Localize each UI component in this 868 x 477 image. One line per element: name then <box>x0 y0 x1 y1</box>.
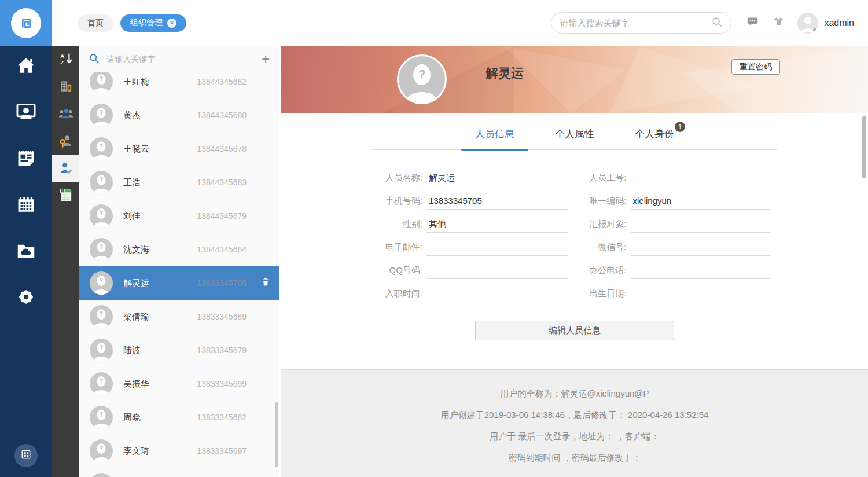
contact-avatar: ? <box>90 473 113 477</box>
contact-list-item[interactable]: ? 梁倩瑜 13833345689 <box>79 300 279 333</box>
contact-name: 刘佳 <box>123 211 194 222</box>
detail-panel: ? 解灵运 重置密码 人员信息 个人属性 个人身份 1 人员名 <box>279 46 868 477</box>
app-logo[interactable] <box>0 0 52 46</box>
field-value <box>631 285 772 302</box>
footer-line: 密码到期时间 ，密码最后修改于： <box>281 447 868 468</box>
field-value <box>631 262 772 279</box>
contact-avatar: ? <box>90 372 113 395</box>
tool-user-edit[interactable] <box>52 155 79 182</box>
person-form: 人员名称: 解灵运 人员工号: 手机号码: 13833345705 唯一编码: … <box>378 166 771 305</box>
global-search-input[interactable] <box>560 18 711 28</box>
contact-list-item[interactable]: ? 王红梅 13844345682 <box>79 72 279 98</box>
trash-icon[interactable] <box>260 277 271 289</box>
search-icon[interactable] <box>89 53 100 66</box>
contact-avatar: ? <box>90 406 113 429</box>
sidebar-item-meeting[interactable] <box>13 100 39 126</box>
tool-report[interactable] <box>52 182 79 210</box>
contact-list: ? 王红梅 13844345682 ? 黄杰 13844345680 <box>79 72 279 477</box>
contact-name: 李文琦 <box>123 446 194 457</box>
apps-launcher-button[interactable] <box>14 444 38 467</box>
svg-text:?: ? <box>100 143 103 149</box>
contact-search-input[interactable] <box>106 54 255 64</box>
cloud-folder-icon <box>15 240 37 264</box>
tab-personal-identity[interactable]: 个人身份 1 <box>635 127 674 149</box>
messages-icon[interactable] <box>746 16 759 30</box>
tab-label: 人员信息 <box>475 129 514 140</box>
contact-name: 王红梅 <box>123 76 194 87</box>
tool-sort-az[interactable]: A Z <box>52 46 79 74</box>
contact-list-item[interactable]: ? 陆波 13833345679 <box>79 333 279 367</box>
form-field: 唯一编码: xielingyun <box>582 189 772 212</box>
contact-list-item[interactable]: ? 王浩 13844345683 <box>79 166 279 199</box>
organization-buildings-icon <box>58 79 73 96</box>
user-avatar <box>797 13 818 34</box>
sidebar-item-files[interactable] <box>13 239 39 265</box>
svg-text:?: ? <box>418 68 425 80</box>
contact-list-item[interactable]: ? 黄杰 13844345680 <box>79 98 279 132</box>
reset-password-button[interactable]: 重置密码 <box>731 59 780 75</box>
svg-text:?: ? <box>100 177 103 183</box>
close-icon[interactable]: ✕ <box>167 19 176 28</box>
contact-avatar: ? <box>90 238 113 261</box>
tool-user-roles[interactable] <box>52 128 79 155</box>
form-field: 入职时间: <box>378 282 568 305</box>
nav-tab-organization[interactable]: 组织管理 ✕ <box>120 14 186 32</box>
tab-person-info[interactable]: 人员信息 <box>475 127 514 149</box>
tool-organization[interactable] <box>52 74 79 101</box>
edit-person-button[interactable]: 编辑人员信息 <box>475 321 674 340</box>
svg-text:?: ? <box>100 311 103 317</box>
field-label: 性别: <box>378 219 426 230</box>
contact-name: 王晓云 <box>123 144 194 155</box>
field-value: 其他 <box>426 216 568 233</box>
contact-avatar: ? <box>90 204 113 228</box>
nav-tab-home[interactable]: 首页 <box>78 14 113 32</box>
field-value <box>631 216 772 233</box>
sidebar-item-settings[interactable] <box>13 285 39 311</box>
contact-name: 解灵运 <box>123 278 194 289</box>
svg-text:?: ? <box>100 378 103 384</box>
contact-name: 王浩 <box>123 177 194 188</box>
tool-user-groups[interactable] <box>52 101 79 128</box>
contact-list-item[interactable]: ? <box>79 468 279 477</box>
tab-personal-attrs[interactable]: 个人属性 <box>555 127 594 149</box>
form-field: 微信号: <box>582 236 772 259</box>
sidebar-item-home[interactable] <box>13 54 39 79</box>
contact-scroll: ? 王红梅 13844345682 ? 黄杰 13844345680 <box>79 72 279 477</box>
apps-grid-icon <box>20 449 32 463</box>
global-search <box>551 12 731 34</box>
field-value: xielingyun <box>631 193 772 210</box>
contact-search-bar: + <box>79 46 279 72</box>
contact-list-item[interactable]: ? 周晓 13833345682 <box>79 401 279 434</box>
contact-phone: 13833345699 <box>197 379 247 388</box>
person-name: 解灵运 <box>486 65 524 82</box>
contact-name: 陆波 <box>123 345 194 356</box>
detail-body: 人员信息 个人属性 个人身份 1 人员名称: 解灵运 人员工号: 手机号码: 1… <box>281 113 868 369</box>
form-field: 手机号码: 13833345705 <box>378 189 568 212</box>
contact-list-item[interactable]: ? 解灵运 13833345705 <box>79 266 279 300</box>
field-value: 13833345705 <box>426 193 568 210</box>
user-account[interactable]: xadmin <box>797 13 854 34</box>
contact-avatar: ? <box>90 305 113 328</box>
add-contact-button[interactable]: + <box>262 53 270 65</box>
sidebar-item-calendar[interactable] <box>13 193 39 218</box>
contact-list-item[interactable]: ? 李文琦 13833345697 <box>79 434 279 468</box>
main-scrollbar[interactable] <box>862 116 866 178</box>
contact-list-item[interactable]: ? 王晓云 13844345678 <box>79 132 279 166</box>
topbar: 首页 组织管理 ✕ <box>0 0 868 46</box>
sidebar-item-news[interactable] <box>13 146 39 172</box>
contact-panel: + ? 王红梅 13844345682 ? <box>79 46 279 477</box>
form-field: 办公电话: <box>582 259 772 282</box>
svg-text:?: ? <box>100 344 103 351</box>
svg-text:?: ? <box>100 412 103 418</box>
contact-list-item[interactable]: ? 吴振华 13833345699 <box>79 367 279 401</box>
contact-list-scrollbar[interactable] <box>275 402 278 467</box>
tshirt-icon[interactable] <box>773 16 785 30</box>
search-icon[interactable] <box>711 16 723 30</box>
svg-text:A: A <box>60 52 64 58</box>
contact-list-item[interactable]: ? 刘佳 13844345679 <box>79 199 279 233</box>
field-label: 汇报对象: <box>582 219 631 230</box>
contact-list-item[interactable]: ? 沈文海 13844345684 <box>79 233 279 266</box>
home-icon <box>15 54 37 79</box>
footer-line: 用户的全称为：解灵运@xielingyun@P <box>281 383 868 404</box>
field-value <box>631 239 772 256</box>
